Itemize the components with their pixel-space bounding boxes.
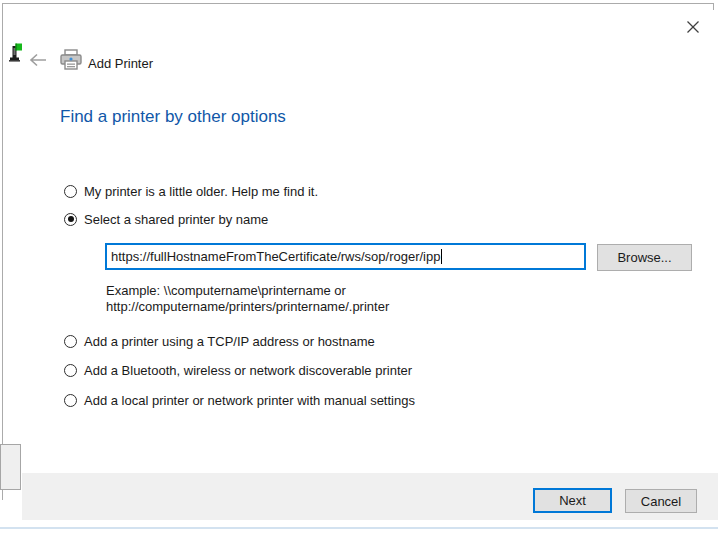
radio-label[interactable]: Add a printer using a TCP/IP address or …	[84, 334, 375, 349]
close-button[interactable]	[679, 15, 707, 42]
radio-option-shared-printer[interactable]: Select a shared printer by name	[64, 211, 268, 227]
printer-icon	[59, 49, 83, 71]
radio-label[interactable]: Select a shared printer by name	[84, 212, 268, 227]
background-window-fragment	[0, 444, 21, 490]
footer-bar	[22, 473, 718, 520]
input-value: https://fullHostnameFromTheCertificate/r…	[111, 249, 440, 264]
example-line-1: Example: \\computername\printername or	[106, 283, 389, 299]
radio-label[interactable]: My printer is a little older. Help me fi…	[84, 184, 318, 199]
example-line-2: http://computername/printers/printername…	[106, 299, 389, 315]
radio-option-tcpip[interactable]: Add a printer using a TCP/IP address or …	[64, 333, 375, 349]
radio-option-bluetooth[interactable]: Add a Bluetooth, wireless or network dis…	[64, 362, 412, 378]
radio-icon[interactable]	[64, 364, 77, 377]
close-icon	[686, 20, 700, 38]
window-border-top	[2, 3, 714, 4]
cancel-button[interactable]: Cancel	[625, 489, 697, 513]
radio-label[interactable]: Add a Bluetooth, wireless or network dis…	[84, 363, 412, 378]
radio-label[interactable]: Add a local printer or network printer w…	[84, 393, 415, 408]
window-border-left	[2, 3, 3, 500]
radio-icon[interactable]	[64, 335, 77, 348]
example-hint-text: Example: \\computername\printername or h…	[106, 283, 389, 315]
window-title: Add Printer	[88, 56, 153, 71]
radio-option-older-printer[interactable]: My printer is a little older. Help me fi…	[64, 183, 318, 199]
text-caret	[441, 249, 442, 264]
radio-icon[interactable]	[64, 394, 77, 407]
radio-icon[interactable]	[64, 185, 77, 198]
background-window-edge	[0, 527, 718, 529]
printer-status-icon	[8, 43, 24, 63]
shared-printer-name-input[interactable]: https://fullHostnameFromTheCertificate/r…	[105, 243, 586, 270]
radio-icon-selected[interactable]	[64, 213, 77, 226]
back-button[interactable]	[27, 53, 49, 71]
window-border-notch	[713, 3, 714, 10]
back-arrow-icon	[28, 52, 48, 72]
next-button[interactable]: Next	[533, 488, 612, 513]
page-title: Find a printer by other options	[60, 107, 286, 127]
radio-option-local-manual[interactable]: Add a local printer or network printer w…	[64, 392, 415, 408]
browse-button[interactable]: Browse...	[597, 244, 692, 271]
